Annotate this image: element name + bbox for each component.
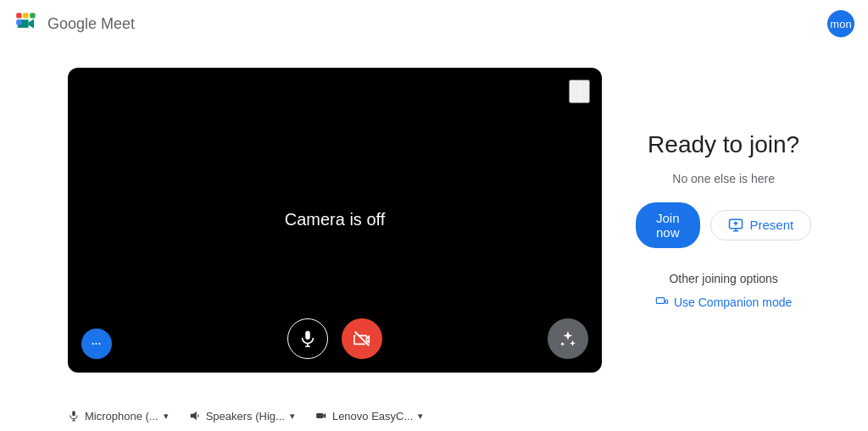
- microphone-button[interactable]: [287, 318, 328, 359]
- svg-rect-17: [316, 413, 323, 418]
- ready-title: Ready to join?: [648, 131, 799, 158]
- logo-text: Google Meet: [47, 15, 135, 33]
- camera-device-icon: [315, 410, 327, 422]
- no-one-text: No one else is here: [672, 172, 775, 185]
- camera-off-label: Camera is off: [285, 210, 386, 229]
- microphone-device-icon: [68, 410, 80, 422]
- present-label: Present: [750, 218, 794, 232]
- svg-rect-10: [656, 297, 664, 303]
- join-panel: Ready to join? No one else is here Join …: [636, 131, 811, 309]
- present-button[interactable]: Present: [710, 210, 812, 240]
- microphone-device-selector[interactable]: Microphone (... ▾: [68, 410, 169, 423]
- google-meet-logo-icon: [14, 10, 41, 37]
- svg-rect-11: [665, 300, 668, 303]
- camera-device-selector[interactable]: Lenovo EasyC... ▾: [315, 410, 423, 423]
- svg-rect-2: [23, 13, 28, 18]
- video-section: Camera is off ⋮ •••: [68, 68, 602, 373]
- speakers-device-icon: [189, 410, 201, 422]
- svg-rect-1: [16, 13, 21, 18]
- svg-rect-5: [305, 330, 310, 339]
- video-controls: [68, 318, 602, 359]
- main-content: Camera is off ⋮ •••: [0, 47, 868, 401]
- other-options-text: Other joining options: [669, 272, 777, 285]
- camera-button[interactable]: [342, 318, 382, 359]
- video-container: Camera is off ⋮ •••: [68, 68, 602, 373]
- speakers-device-selector[interactable]: Speakers (Hig... ▾: [189, 410, 295, 423]
- video-more-button[interactable]: ⋮: [569, 80, 590, 103]
- header: Google Meet mon: [0, 0, 868, 47]
- camera-device-label: Lenovo EasyC...: [332, 410, 413, 423]
- speakers-device-label: Speakers (Hig...: [206, 410, 285, 423]
- device-bar: Microphone (... ▾ Speakers (Hig... ▾ Len…: [0, 401, 868, 431]
- svg-rect-3: [30, 13, 35, 18]
- svg-rect-13: [72, 411, 75, 416]
- companion-mode-link[interactable]: Use Companion mode: [655, 296, 792, 309]
- present-icon: [728, 218, 743, 233]
- camera-chevron-icon: ▾: [418, 411, 423, 422]
- effects-button[interactable]: [548, 318, 588, 359]
- svg-rect-4: [16, 19, 21, 25]
- camera-off-icon: [353, 329, 371, 348]
- join-buttons: Join now Present: [636, 202, 811, 248]
- svg-marker-16: [190, 412, 196, 421]
- speakers-chevron-icon: ▾: [290, 411, 295, 422]
- join-now-button[interactable]: Join now: [636, 202, 700, 248]
- microphone-chevron-icon: ▾: [164, 411, 169, 422]
- microphone-icon: [298, 329, 317, 348]
- companion-mode-label: Use Companion mode: [674, 296, 792, 309]
- sparkle-icon: [559, 329, 577, 348]
- companion-mode-icon: [655, 296, 669, 309]
- logo-area: Google Meet: [14, 10, 135, 37]
- microphone-device-label: Microphone (...: [85, 410, 159, 423]
- user-avatar[interactable]: mon: [827, 10, 854, 37]
